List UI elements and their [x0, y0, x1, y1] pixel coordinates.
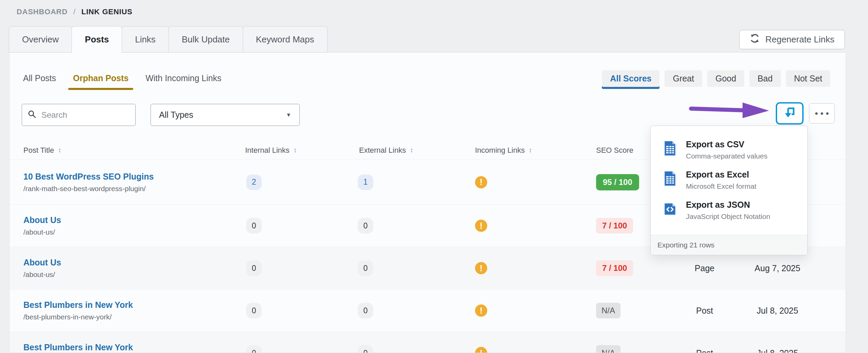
breadcrumb-separator: / [70, 7, 79, 16]
seo-score-badge: N/A [596, 345, 620, 353]
sort-icon[interactable]: ↕ [58, 147, 61, 154]
export-json-title: Export as JSON [686, 200, 770, 210]
subtab-with-incoming-links[interactable]: With Incoming Links [144, 66, 223, 90]
tab-bulk-update[interactable]: Bulk Update [169, 26, 243, 53]
post-title-link[interactable]: About Us [23, 215, 226, 225]
export-csv-title: Export as CSV [686, 139, 767, 149]
subtab-all-posts[interactable]: All Posts [22, 66, 57, 90]
header-post-title[interactable]: Post Title ↕ [9, 146, 226, 155]
filter-not-set[interactable]: Not Set [786, 70, 830, 87]
export-csv-subtitle: Comma-separated values [686, 152, 767, 161]
warning-icon: ! [475, 176, 487, 188]
post-date: Jul 8, 2025 [742, 348, 813, 353]
warning-icon: ! [475, 220, 487, 232]
sort-icon[interactable]: ↕ [410, 147, 413, 154]
breadcrumb-page-title: LINK GENIUS [81, 7, 133, 16]
internal-links-count: 2 [246, 174, 262, 190]
seo-score-badge: 7 / 100 [596, 260, 633, 276]
score-filter-bar: All Scores Great Good Bad Not Set [602, 70, 830, 87]
post-title-link[interactable]: 10 Best WordPress SEO Plugins [23, 172, 226, 182]
filter-all-scores[interactable]: All Scores [602, 70, 659, 87]
code-file-icon [663, 201, 677, 218]
internal-links-count: 0 [246, 260, 262, 276]
post-slug: /rank-math-seo-best-wordpress-plugin/ [23, 185, 226, 193]
arrow-annotation [688, 100, 772, 120]
download-icon [783, 106, 797, 121]
external-links-count: 0 [358, 345, 373, 353]
search-input[interactable] [41, 110, 146, 120]
breadcrumb-dashboard[interactable]: DASHBOARD [17, 7, 67, 16]
seo-score-badge: N/A [596, 303, 620, 318]
header-internal-links[interactable]: Internal Links ↕ [226, 146, 338, 155]
export-json-subtitle: JavaScript Object Notation [686, 212, 770, 221]
seo-score-badge: 7 / 100 [596, 218, 633, 234]
post-title-link[interactable]: Best Plumbers in New York [23, 300, 226, 310]
menu-item-export-csv[interactable]: Export as CSV Comma-separated values [651, 135, 807, 165]
external-links-count: 0 [358, 303, 373, 318]
post-date: Aug 7, 2025 [742, 263, 813, 273]
posts-panel: All Posts Orphan Posts With Incoming Lin… [9, 52, 846, 353]
export-excel-subtitle: Microsoft Excel format [686, 182, 756, 191]
post-title-link[interactable]: Best Plumbers in New York [23, 342, 226, 352]
menu-item-export-json[interactable]: Export as JSON JavaScript Object Notatio… [651, 195, 807, 225]
filter-good[interactable]: Good [707, 70, 744, 87]
post-type: Post [667, 306, 742, 316]
type-filter-select[interactable]: All Types ▼ [151, 104, 300, 126]
tab-keyword-maps[interactable]: Keyword Maps [243, 26, 328, 53]
regenerate-links-button[interactable]: Regenerate Links [739, 30, 845, 49]
post-slug: /best-plumbers-in-new-york/ [23, 313, 226, 321]
type-filter-value: All Types [159, 110, 193, 120]
posts-subtab-bar: All Posts Orphan Posts With Incoming Lin… [22, 66, 223, 90]
external-links-count: 1 [358, 174, 373, 190]
search-icon [27, 110, 37, 120]
post-slug: /about-us/ [23, 271, 226, 279]
table-row: Best Plumbers in New York /best-plumbers… [9, 332, 846, 353]
regenerate-links-label: Regenerate Links [765, 34, 834, 45]
export-excel-title: Export as Excel [686, 169, 756, 180]
export-dropdown-menu: Export as CSV Comma-separated values [650, 126, 808, 255]
main-tab-bar: Overview Posts Links Bulk Update Keyword… [9, 26, 328, 53]
header-external-links[interactable]: External Links ↕ [338, 146, 450, 155]
ellipsis-icon: ••• [812, 108, 831, 119]
internal-links-count: 0 [246, 303, 262, 318]
more-options-button[interactable]: ••• [809, 103, 835, 124]
export-row-count: Exporting 21 rows [651, 235, 807, 255]
chevron-down-icon: ▼ [286, 112, 291, 118]
menu-item-export-excel[interactable]: Export as Excel Microsoft Excel format [651, 165, 807, 195]
sort-icon[interactable]: ↕ [294, 147, 297, 154]
spreadsheet-icon [663, 141, 677, 157]
tab-posts[interactable]: Posts [72, 26, 122, 53]
post-title-link[interactable]: About Us [23, 258, 226, 267]
warning-icon: ! [475, 262, 487, 274]
internal-links-count: 0 [246, 218, 262, 234]
spreadsheet-icon [663, 171, 677, 188]
external-links-count: 0 [358, 260, 373, 276]
filter-great[interactable]: Great [665, 70, 702, 87]
breadcrumb: DASHBOARD / LINK GENIUS [17, 7, 133, 16]
tab-overview[interactable]: Overview [9, 26, 72, 53]
table-actions: ••• [776, 102, 835, 125]
external-links-count: 0 [358, 218, 373, 234]
sort-icon[interactable]: ↕ [529, 147, 532, 154]
post-date: Jul 8, 2025 [742, 306, 813, 316]
search-box[interactable] [22, 104, 136, 126]
post-slug: /about-us/ [23, 228, 226, 236]
post-type: Post [667, 348, 742, 353]
internal-links-count: 0 [246, 345, 262, 353]
refresh-icon [750, 33, 760, 46]
warning-icon: ! [475, 347, 487, 353]
filter-bad[interactable]: Bad [749, 70, 781, 87]
post-type: Page [667, 263, 742, 273]
header-incoming-links[interactable]: Incoming Links ↕ [450, 146, 566, 155]
subtab-orphan-posts[interactable]: Orphan Posts [72, 66, 130, 90]
export-button[interactable] [776, 102, 804, 125]
warning-icon: ! [475, 304, 487, 317]
table-row: Best Plumbers in New York /best-plumbers… [9, 290, 846, 332]
tab-links[interactable]: Links [122, 26, 169, 53]
seo-score-badge: 95 / 100 [596, 174, 639, 190]
